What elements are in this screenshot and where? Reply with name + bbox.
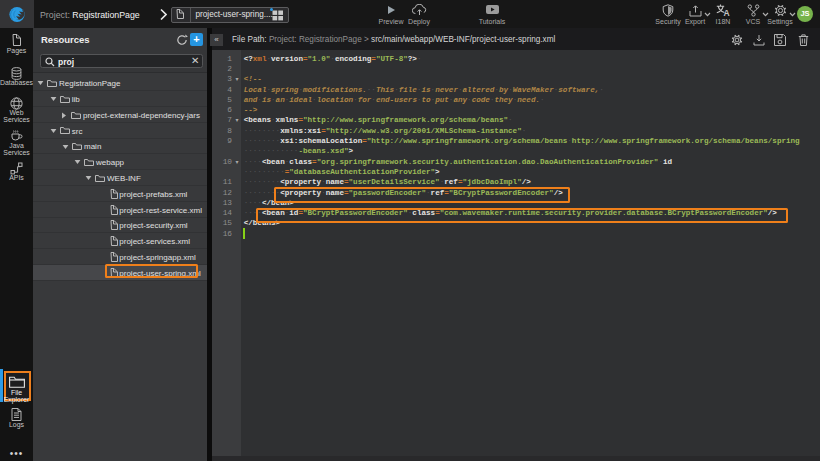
svg-text:A: A xyxy=(723,8,729,17)
